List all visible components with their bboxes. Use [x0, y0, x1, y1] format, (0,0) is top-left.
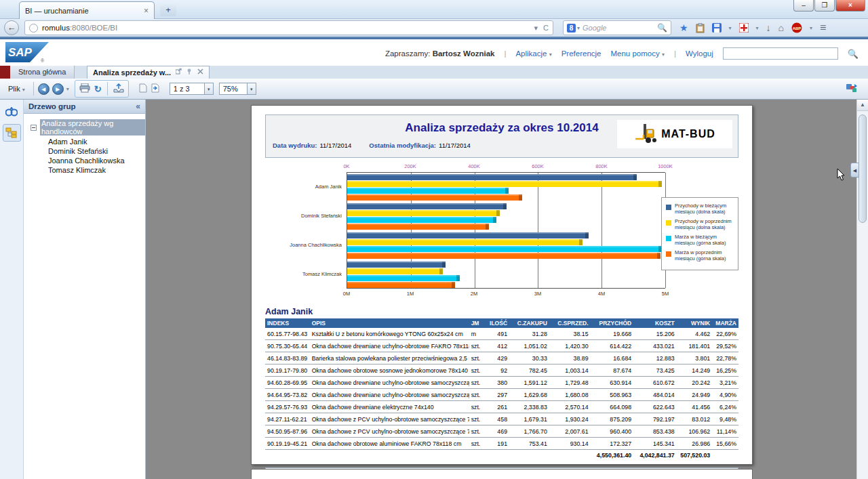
- pin-icon[interactable]: [186, 66, 193, 79]
- legend-label: Marża w poprzednim miesiącu (górna skala…: [675, 249, 734, 262]
- scrollbar-thumb[interactable]: [859, 114, 867, 223]
- tree-children: Adam JanikDominik StefańskiJoanna Chachl…: [31, 137, 145, 175]
- addon-plus-icon[interactable]: [739, 23, 749, 33]
- tab-home[interactable]: Strona główna: [10, 66, 75, 79]
- table-cell: 90.75.30-65.44: [265, 340, 310, 352]
- table-cell: 782.45: [509, 365, 549, 377]
- tree-root-label[interactable]: Analiza sprzedaży wg handlowców: [40, 119, 145, 136]
- table-cell: 94.50.95-87.96: [265, 425, 310, 438]
- logout-link[interactable]: Wyloguj: [686, 49, 713, 58]
- bar-group: Tomasz Klimczak: [347, 262, 665, 289]
- page-number-input[interactable]: 1 z 3: [170, 83, 205, 95]
- bar: [347, 210, 500, 216]
- window-minimize-button[interactable]: –: [793, 0, 814, 12]
- tree-root[interactable]: Analiza sprzedaży wg handlowców: [31, 119, 145, 136]
- browser-tab[interactable]: BI — uruchamianie ×: [19, 1, 155, 19]
- header-search-input[interactable]: [723, 47, 838, 60]
- table-cell: 610.672: [633, 377, 677, 389]
- top-axis-tick: 600K: [532, 163, 544, 169]
- svg-text:SAP: SAP: [8, 46, 33, 59]
- tree-item[interactable]: Tomasz Klimczak: [31, 165, 145, 175]
- table-cell: 2,338.83: [509, 401, 549, 413]
- prev-page-icon[interactable]: [139, 83, 147, 94]
- reload-icon[interactable]: C: [543, 24, 549, 33]
- tree-expander-icon[interactable]: [31, 125, 37, 131]
- header-search-icon[interactable]: 🔍: [848, 49, 859, 59]
- table-cell: 41.456: [677, 401, 713, 413]
- table-cell: szt.: [469, 377, 486, 389]
- table-cell: 181.401: [677, 340, 713, 352]
- bookmark-star-icon[interactable]: ★: [679, 23, 688, 33]
- nav-history-dropdown-icon[interactable]: ▾: [66, 86, 69, 92]
- file-menu[interactable]: Plik ▾: [4, 83, 29, 94]
- group-tree-button[interactable]: [3, 124, 21, 142]
- totals-cell: [509, 450, 549, 461]
- panel-collapse-arrow-icon[interactable]: ◀: [850, 163, 859, 178]
- window-close-button[interactable]: ×: [835, 0, 865, 12]
- table-cell: 14.249: [677, 365, 713, 377]
- column-header: KOSZT: [633, 318, 677, 328]
- page-dropdown-icon[interactable]: ▾: [205, 83, 214, 95]
- save-floppy-icon[interactable]: [712, 23, 722, 33]
- totals-cell: 4,550,361.40: [591, 450, 634, 461]
- window-maximize-button[interactable]: ❒: [814, 0, 835, 12]
- panel-title: Drzewo grup: [28, 102, 76, 110]
- search-engine-dropdown-icon[interactable]: ▾: [577, 25, 580, 31]
- scroll-up-icon[interactable]: ▲: [857, 100, 868, 111]
- column-header: INDEKS: [265, 318, 310, 328]
- workspace-icon[interactable]: [845, 83, 859, 95]
- left-dock: [0, 100, 24, 479]
- menu-help[interactable]: Menu pomocy ▾: [611, 49, 665, 58]
- bar-group: Adam Janik: [347, 174, 665, 201]
- search-magnifier-icon[interactable]: 🔍: [657, 23, 667, 33]
- report-header: Analiza sprzedaży za okres 10.2014 Data …: [265, 114, 738, 158]
- back-button[interactable]: ←: [4, 20, 19, 35]
- adblock-icon[interactable]: ABP: [791, 22, 802, 33]
- url-bar[interactable]: romulus:8080/BOE/BI ▾ C: [24, 20, 553, 35]
- tab-document[interactable]: Analiza sprzedaży w...: [87, 66, 210, 79]
- tree-item[interactable]: Joanna Chachlikowska: [31, 156, 145, 165]
- table-cell: 380: [486, 377, 510, 389]
- search-input[interactable]: 8 ▾ Google 🔍: [563, 20, 671, 35]
- nav-back-button[interactable]: ◄: [38, 83, 50, 95]
- url-dropdown-icon[interactable]: ▾: [534, 24, 538, 33]
- menu-applications[interactable]: Aplikacje ▾: [515, 49, 551, 58]
- addon-dropdown-icon[interactable]: ▾: [756, 25, 759, 31]
- divider: [107, 82, 108, 96]
- tree-item[interactable]: Dominik Stefański: [31, 146, 145, 156]
- new-tab-button[interactable]: +: [160, 5, 176, 16]
- document-toolbar: Plik ▾ ◄ ► ▾ ↻ 1 z 3 ▾ 75% ▾: [0, 79, 868, 100]
- menu-hamburger-icon[interactable]: ≡: [820, 22, 826, 33]
- search-tool-button[interactable]: [3, 103, 21, 121]
- table-cell: 22,78%: [712, 352, 738, 365]
- save-dropdown-icon[interactable]: ▾: [729, 25, 732, 31]
- adblock-dropdown-icon[interactable]: ▾: [810, 25, 812, 31]
- export-icon[interactable]: [113, 83, 124, 94]
- zoom-dropdown-icon[interactable]: ▾: [248, 83, 256, 95]
- vertical-scrollbar[interactable]: ▲: [856, 100, 868, 479]
- close-icon[interactable]: [197, 66, 203, 79]
- welcome-text: Zapraszamy: Bartosz Wozniak: [385, 49, 494, 58]
- group-tree-panel: Drzewo grup « Analiza sprzedaży wg handl…: [24, 100, 146, 479]
- table-cell: 94.60.28-69.95: [265, 377, 310, 389]
- search-engine-icon[interactable]: 8: [567, 24, 576, 33]
- table-cell: 930.14: [549, 438, 591, 450]
- tree-item[interactable]: Adam Janik: [31, 137, 145, 146]
- home-icon[interactable]: ⌂: [778, 23, 784, 33]
- downloads-icon[interactable]: ↓: [766, 23, 771, 33]
- refresh-icon[interactable]: ↻: [94, 84, 102, 94]
- menu-preferences[interactable]: Preferencje: [561, 49, 601, 58]
- clipboard-icon[interactable]: [696, 23, 705, 33]
- popout-icon[interactable]: [176, 66, 182, 79]
- next-page-icon[interactable]: [151, 83, 159, 94]
- print-icon[interactable]: [79, 83, 90, 94]
- table-row: 90.19.19-45.21Okna dachowe obrotowe alum…: [265, 438, 738, 450]
- table-cell: Okna dachowe z PCV uchylno-obrotowe samo…: [310, 425, 469, 438]
- panel-collapse-icon[interactable]: «: [136, 102, 140, 111]
- table-row: 94.60.28-69.95Okna dachowe drewniane uch…: [265, 377, 738, 389]
- matbud-logo: MAT-BUD: [617, 120, 732, 148]
- tab-close-icon[interactable]: ×: [144, 6, 149, 16]
- nav-forward-button[interactable]: ►: [52, 83, 64, 95]
- zoom-input[interactable]: 75%: [219, 83, 248, 95]
- tab-document-label: Analiza sprzedaży w...: [93, 66, 171, 79]
